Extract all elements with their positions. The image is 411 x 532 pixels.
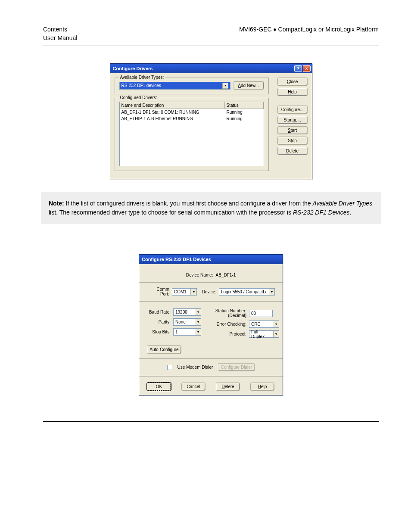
station-input[interactable]: 00 (249, 310, 273, 317)
header-left-bottom: User Manual (43, 34, 379, 41)
station-value: 00 (251, 311, 256, 316)
row0-name: AB_DF1-1 DF1 Sta: 0 COM1: RUNNING (120, 109, 225, 115)
comm-port-value: COM1 (174, 289, 187, 294)
comm-port-label: Comm Port: (147, 287, 169, 296)
col-status-header[interactable]: Status (225, 102, 264, 109)
available-driver-types-group: Available Driver Types: RS-232 DF1 devic… (115, 78, 269, 94)
chevron-down-icon: ▾ (273, 331, 279, 337)
device-name-label: Device Name: (186, 273, 213, 277)
header-rule (43, 46, 379, 46)
driver-type-dropdown[interactable]: RS-232 DF1 devices ▾ (119, 82, 230, 90)
auto-configure-button[interactable]: Auto-Configure (147, 345, 181, 354)
protocol-dropdown[interactable]: Full Duplex ▾ (249, 330, 279, 338)
chevron-down-icon: ▾ (195, 309, 201, 315)
chevron-down-icon: ▾ (190, 289, 196, 295)
chevron-down-icon: ▾ (273, 321, 279, 327)
help-icon[interactable]: ? (294, 65, 302, 72)
dialog1-title: Configure Drivers (113, 66, 153, 71)
row1-name: AB_ETHIP-1 A-B Ethernet RUNNING (120, 115, 225, 122)
footer-rule (43, 421, 379, 422)
note-text3: . (350, 209, 352, 216)
device-label: Device: (202, 289, 216, 294)
note-em2: RS-232 DF1 Devices (293, 209, 350, 216)
drivers-listview[interactable]: Name and Description Status AB_DF1-1 DF1… (119, 102, 264, 166)
chevron-down-icon: ▾ (195, 319, 201, 325)
startup-button[interactable]: Startup... (277, 116, 308, 124)
baud-value: 19200 (175, 310, 187, 314)
configure-rs232-dialog: Configure RS-232 DF1 Devices Device Name… (139, 254, 283, 395)
parity-dropdown[interactable]: None ▾ (173, 318, 201, 326)
cancel-button[interactable]: Cancel (181, 383, 206, 391)
row1-status: Running (225, 115, 264, 122)
parity-label: Parity: (147, 320, 171, 324)
note-text2: list. The recommended driver type to cho… (49, 209, 293, 216)
error-value: CRC (251, 322, 261, 327)
dialog2-title: Configure RS-232 DF1 Devices (142, 257, 211, 262)
header-right: MVI69-GEC ♦ CompactLogix or MicroLogix P… (239, 26, 379, 33)
use-modem-label: Use Modem Dialer (177, 365, 213, 370)
add-new-button[interactable]: Add New... (233, 81, 264, 90)
help2-button[interactable]: Help (250, 383, 274, 391)
chevron-down-icon: ▾ (195, 329, 201, 335)
stopbits-value: 1 (175, 330, 178, 334)
comm-port-dropdown[interactable]: COM1 ▾ (172, 288, 197, 296)
help-button[interactable]: Help (277, 88, 308, 96)
row0-status: Running (225, 109, 264, 115)
close-button[interactable]: Close (277, 78, 308, 86)
header-left-top: Contents (43, 26, 67, 33)
col-name-header[interactable]: Name and Description (120, 102, 225, 109)
configure-drivers-dialog: Configure Drivers ? × Available Driver T… (110, 63, 312, 179)
note-em1: Available Driver Types (312, 200, 372, 207)
use-modem-checkbox[interactable] (167, 365, 172, 370)
note-text1: If the list of configured drivers is bla… (64, 200, 313, 207)
station-label: Station Number: (Decimal) (214, 308, 246, 318)
device-dropdown[interactable]: Logix 5550 / CompactLogix ▾ (219, 288, 275, 296)
stop-button[interactable]: Stop (277, 137, 308, 145)
error-label: Error Checking: (214, 322, 246, 327)
close-icon[interactable]: × (303, 65, 311, 72)
protocol-label: Protocol: (214, 332, 246, 336)
stopbits-dropdown[interactable]: 1 ▾ (173, 328, 201, 336)
driver-type-selected: RS-232 DF1 devices (121, 83, 161, 88)
available-driver-types-label: Available Driver Types: (118, 75, 166, 80)
device-name-value: AB_DF1-1 (216, 273, 236, 277)
start-button[interactable]: Start (277, 126, 308, 134)
baud-label: Baud Rate: (147, 310, 171, 314)
error-dropdown[interactable]: CRC ▾ (249, 320, 279, 328)
device-value: Logix 5550 / CompactLogix (221, 289, 267, 294)
dialog2-titlebar[interactable]: Configure RS-232 DF1 Devices (139, 255, 283, 264)
configure-button[interactable]: Configure... (277, 106, 308, 114)
delete2-button[interactable]: Delete (216, 383, 240, 391)
stopbits-label: Stop Bits: (147, 330, 171, 334)
ok-button[interactable]: OK (147, 383, 171, 391)
chevron-down-icon: ▾ (269, 289, 274, 295)
table-row[interactable]: AB_ETHIP-1 A-B Ethernet RUNNING Running (120, 115, 264, 122)
configured-drivers-group: Configured Drivers: Name and Description… (115, 98, 269, 171)
protocol-value: Full Duplex (251, 330, 271, 339)
delete-button[interactable]: Delete (277, 147, 308, 155)
configured-drivers-label: Configured Drivers: (118, 95, 159, 100)
baud-dropdown[interactable]: 19200 ▾ (173, 308, 201, 316)
chevron-down-icon: ▾ (222, 83, 228, 89)
configure-dialer-button: Configure Dialer (218, 363, 255, 371)
parity-value: None (175, 320, 186, 324)
table-row[interactable]: AB_DF1-1 DF1 Sta: 0 COM1: RUNNING Runnin… (120, 109, 264, 115)
note-box: Note: If the list of configured drivers … (41, 192, 381, 224)
note-label: Note: (49, 200, 64, 207)
dialog1-titlebar[interactable]: Configure Drivers ? × (110, 64, 312, 73)
